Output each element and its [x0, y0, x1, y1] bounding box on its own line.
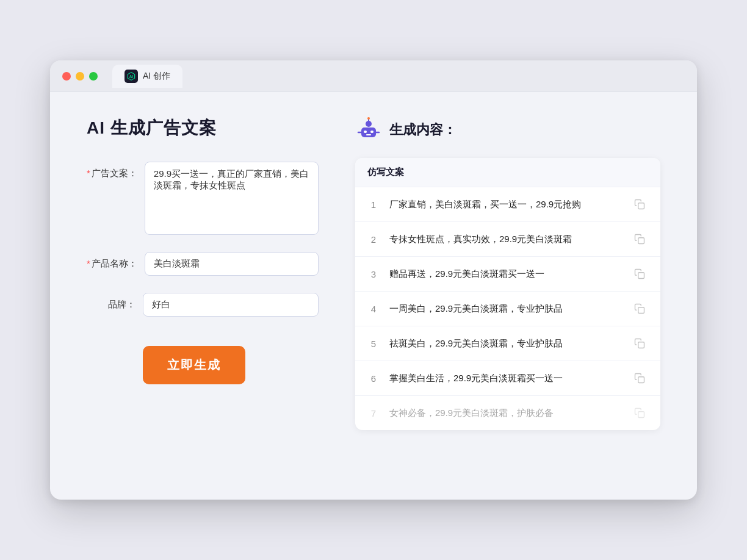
copy-icon — [634, 199, 645, 210]
titlebar: AI AI 创作 — [50, 60, 697, 92]
copy-icon — [634, 338, 645, 349]
row-number: 3 — [367, 269, 380, 279]
copy-button[interactable] — [631, 335, 648, 352]
table-row: 5 祛斑美白，29.9元美白淡斑霜，专业护肤品 — [355, 326, 660, 361]
row-text: 掌握美白生活，29.9元美白淡斑霜买一送一 — [389, 372, 621, 386]
table-row: 6 掌握美白生活，29.9元美白淡斑霜买一送一 — [355, 361, 660, 396]
ai-tab-icon: AI — [125, 70, 138, 83]
svg-rect-11 — [638, 203, 644, 209]
table-row: 3 赠品再送，29.9元美白淡斑霜买一送一 — [355, 257, 660, 292]
browser-window: AI AI 创作 AI 生成广告文案 *广告文案： *产品名称： — [50, 60, 697, 500]
row-number: 5 — [367, 339, 380, 349]
copy-button[interactable] — [631, 370, 648, 387]
row-text: 厂家直销，美白淡斑霜，买一送一，29.9元抢购 — [389, 198, 621, 212]
copy-icon — [634, 373, 645, 384]
row-text: 祛斑美白，29.9元美白淡斑霜，专业护肤品 — [389, 337, 621, 351]
svg-rect-14 — [638, 307, 644, 314]
svg-rect-15 — [638, 342, 644, 348]
minimize-button[interactable] — [76, 72, 84, 81]
svg-rect-17 — [638, 412, 644, 418]
required-star-1: * — [87, 168, 90, 178]
row-text: 赠品再送，29.9元美白淡斑霜买一送一 — [389, 267, 621, 281]
row-text: 一周美白，29.9元美白淡斑霜，专业护肤品 — [389, 302, 621, 316]
left-panel: AI 生成广告文案 *广告文案： *产品名称： 品牌： 立 — [87, 117, 319, 470]
product-name-group: *产品名称： — [87, 252, 319, 276]
generate-button[interactable]: 立即生成 — [143, 346, 245, 384]
ad-copy-group: *广告文案： — [87, 162, 319, 235]
svg-rect-16 — [638, 377, 644, 383]
copy-icon — [634, 268, 645, 279]
row-text: 女神必备，29.9元美白淡斑霜，护肤必备 — [389, 406, 621, 420]
right-panel: 生成内容： 仿写文案 1 厂家直销，美白淡斑霜，买一送一，29.9元抢购 2 专… — [355, 117, 660, 470]
ad-copy-label: *广告文案： — [87, 162, 137, 179]
page-title: AI 生成广告文案 — [87, 117, 319, 140]
table-row: 2 专抹女性斑点，真实功效，29.9元美白淡斑霜 — [355, 222, 660, 257]
copy-button[interactable] — [631, 300, 648, 317]
copy-button[interactable] — [631, 196, 648, 213]
svg-point-8 — [367, 117, 370, 120]
brand-label: 品牌： — [87, 293, 135, 311]
copy-icon — [634, 234, 645, 245]
row-number: 2 — [367, 234, 380, 245]
close-button[interactable] — [62, 72, 71, 81]
right-panel-title: 生成内容： — [389, 121, 457, 139]
right-header: 生成内容： — [355, 117, 660, 143]
ad-copy-input[interactable] — [145, 162, 319, 235]
svg-rect-12 — [638, 238, 644, 244]
svg-rect-5 — [370, 131, 374, 133]
row-number: 4 — [367, 304, 380, 314]
ai-tab[interactable]: AI AI 创作 — [112, 65, 182, 88]
copy-button[interactable] — [631, 265, 648, 282]
svg-rect-4 — [364, 131, 367, 133]
traffic-lights — [62, 72, 98, 81]
row-number: 1 — [367, 199, 380, 210]
svg-rect-13 — [638, 273, 644, 279]
brand-group: 品牌： — [87, 293, 319, 317]
copy-button[interactable] — [631, 231, 648, 248]
row-text: 专抹女性斑点，真实功效，29.9元美白淡斑霜 — [389, 232, 621, 246]
product-name-label: *产品名称： — [87, 252, 137, 270]
svg-point-2 — [366, 121, 372, 127]
tab-label: AI 创作 — [143, 71, 170, 82]
svg-rect-3 — [361, 127, 376, 137]
brand-input[interactable] — [143, 293, 319, 317]
row-number: 7 — [367, 408, 380, 418]
product-name-input[interactable] — [145, 252, 319, 276]
table-row: 4 一周美白，29.9元美白淡斑霜，专业护肤品 — [355, 292, 660, 326]
required-star-2: * — [87, 258, 90, 268]
results-table: 仿写文案 1 厂家直销，美白淡斑霜，买一送一，29.9元抢购 2 专抹女性斑点，… — [355, 158, 660, 430]
copy-button[interactable] — [631, 404, 648, 422]
copy-icon — [634, 407, 645, 418]
table-row: 7 女神必备，29.9元美白淡斑霜，护肤必备 — [355, 396, 660, 430]
maximize-button[interactable] — [89, 72, 98, 81]
svg-rect-6 — [366, 134, 371, 135]
robot-icon — [355, 117, 382, 143]
table-row: 1 厂家直销，美白淡斑霜，买一送一，29.9元抢购 — [355, 187, 660, 222]
svg-text:AI: AI — [129, 74, 134, 78]
main-content: AI 生成广告文案 *广告文案： *产品名称： 品牌： 立 — [50, 92, 697, 495]
row-number: 6 — [367, 373, 380, 384]
table-header: 仿写文案 — [355, 158, 660, 187]
copy-icon — [634, 303, 645, 314]
